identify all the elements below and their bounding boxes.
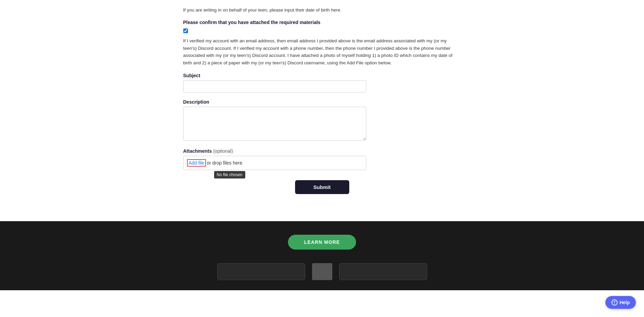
no-file-tooltip: No file chosen xyxy=(214,171,245,178)
footer-links xyxy=(217,263,427,280)
attachments-box: Add file or drop files here No file chos… xyxy=(183,156,366,170)
submit-button[interactable]: Submit xyxy=(295,180,349,194)
footer-section: LEARN MORE xyxy=(0,221,644,290)
subject-label: Subject xyxy=(183,73,461,78)
confirm-description: If I verified my account with an email a… xyxy=(183,37,461,66)
attachments-group: Attachments (optional) Add file or drop … xyxy=(183,148,461,170)
description-textarea[interactable] xyxy=(183,107,366,141)
drop-text: or drop files here xyxy=(207,160,242,166)
footer-divider xyxy=(312,263,332,280)
confirm-checkbox-row xyxy=(183,28,461,33)
subject-group: Subject xyxy=(183,73,461,92)
subject-input[interactable] xyxy=(183,80,366,92)
add-file-button[interactable]: Add file xyxy=(187,159,206,167)
attachments-label: Attachments (optional) xyxy=(183,148,461,154)
footer-link-box-2 xyxy=(339,263,427,280)
submit-section: Submit xyxy=(183,180,461,194)
confirm-label: Please confirm that you have attached th… xyxy=(183,20,461,25)
intro-text: If you are writing in on behalf of your … xyxy=(183,7,461,14)
attachments-optional: (optional) xyxy=(213,148,233,154)
confirm-section: Please confirm that you have attached th… xyxy=(183,20,461,66)
footer-link-box-1 xyxy=(217,263,305,280)
learn-more-button[interactable]: LEARN MORE xyxy=(288,235,356,250)
confirm-checkbox-input[interactable] xyxy=(183,28,188,33)
description-label: Description xyxy=(183,99,461,105)
description-group: Description xyxy=(183,99,461,142)
main-content: If you are writing in on behalf of your … xyxy=(170,0,475,221)
